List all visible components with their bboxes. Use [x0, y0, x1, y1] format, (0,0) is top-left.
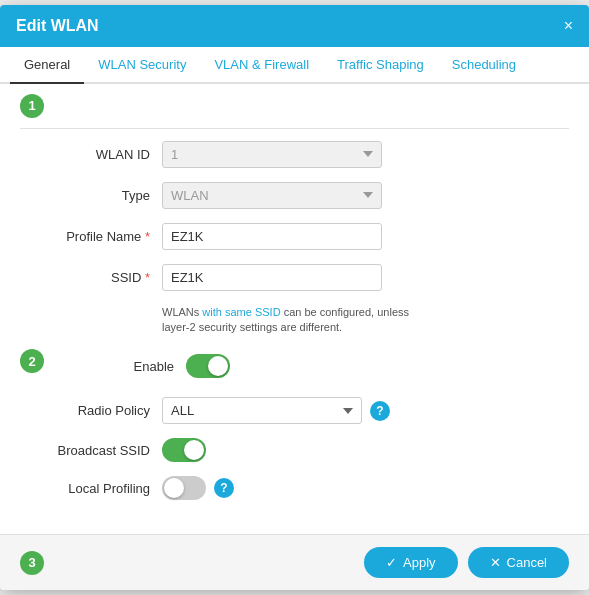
tab-wlan-security[interactable]: WLAN Security — [84, 47, 200, 84]
enable-toggle-knob — [208, 356, 228, 376]
enable-toggle[interactable] — [186, 354, 230, 378]
modal-footer: 3 ✓ Apply ✕ Cancel — [0, 534, 589, 590]
broadcast-ssid-row: Broadcast SSID — [20, 438, 569, 462]
cancel-label: Cancel — [507, 555, 547, 570]
profile-name-label: Profile Name * — [20, 229, 150, 244]
type-label: Type — [20, 188, 150, 203]
local-profiling-row: Local Profiling ? — [20, 476, 569, 500]
ssid-hint: WLANs with same SSID can be configured, … — [162, 305, 482, 336]
modal-title: Edit WLAN — [16, 17, 99, 35]
wlan-id-label: WLAN ID — [20, 147, 150, 162]
apply-button[interactable]: ✓ Apply — [364, 547, 458, 578]
ssid-label: SSID * — [20, 270, 150, 285]
profile-name-row: Profile Name * — [20, 223, 569, 250]
apply-label: Apply — [403, 555, 436, 570]
broadcast-ssid-label: Broadcast SSID — [20, 443, 150, 458]
cancel-button[interactable]: ✕ Cancel — [468, 547, 569, 578]
radio-policy-label: Radio Policy — [20, 403, 150, 418]
tab-traffic-shaping[interactable]: Traffic Shaping — [323, 47, 438, 84]
local-profiling-help-icon[interactable]: ? — [214, 478, 234, 498]
ssid-row: SSID * — [20, 264, 569, 291]
radio-policy-select[interactable]: ALL 2.4GHz 5GHz — [162, 397, 362, 424]
broadcast-ssid-toggle[interactable] — [162, 438, 206, 462]
ssid-group: SSID * WLANs with same SSID can be confi… — [20, 264, 569, 336]
content-area: 1 WLAN ID 1 Type WLAN Profile Name * — [0, 84, 589, 535]
apply-icon: ✓ — [386, 555, 397, 570]
divider — [20, 128, 569, 129]
section-badge-1: 1 — [20, 94, 44, 118]
enable-row: 2 Enable — [20, 349, 569, 383]
local-profiling-toggle[interactable] — [162, 476, 206, 500]
radio-policy-help-icon[interactable]: ? — [370, 401, 390, 421]
tab-vlan-firewall[interactable]: VLAN & Firewall — [200, 47, 323, 84]
ssid-input[interactable] — [162, 264, 382, 291]
enable-label: Enable — [44, 359, 174, 374]
local-profiling-label: Local Profiling — [20, 481, 150, 496]
tab-scheduling[interactable]: Scheduling — [438, 47, 530, 84]
tab-bar: General WLAN Security VLAN & Firewall Tr… — [0, 47, 589, 84]
edit-wlan-modal: Edit WLAN × General WLAN Security VLAN &… — [0, 5, 589, 591]
close-button[interactable]: × — [564, 18, 573, 34]
profile-name-input[interactable] — [162, 223, 382, 250]
footer-badge: 3 — [20, 551, 44, 575]
broadcast-ssid-knob — [184, 440, 204, 460]
wlan-id-select[interactable]: 1 — [162, 141, 382, 168]
section-badge-2: 2 — [20, 349, 44, 373]
tab-general[interactable]: General — [10, 47, 84, 84]
type-select[interactable]: WLAN — [162, 182, 382, 209]
type-row: Type WLAN — [20, 182, 569, 209]
radio-policy-row: Radio Policy ALL 2.4GHz 5GHz ? — [20, 397, 569, 424]
local-profiling-knob — [164, 478, 184, 498]
modal-header: Edit WLAN × — [0, 5, 589, 47]
cancel-icon: ✕ — [490, 555, 501, 570]
wlan-id-row: WLAN ID 1 — [20, 141, 569, 168]
